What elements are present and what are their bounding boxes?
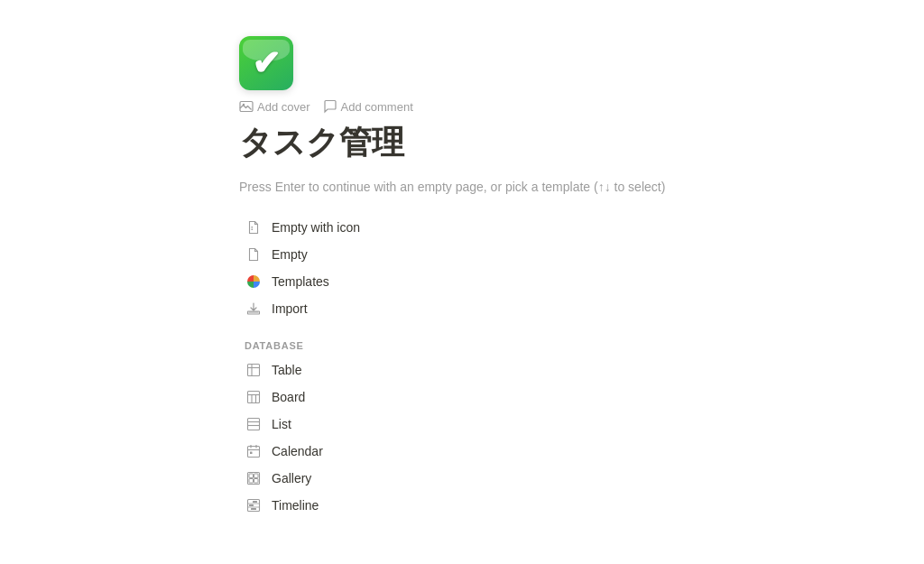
board-icon <box>245 388 263 406</box>
svg-rect-3 <box>252 229 254 231</box>
menu-item-label: Empty <box>272 247 308 262</box>
menu-item-gallery[interactable]: Gallery <box>239 465 853 492</box>
menu-item-label: Templates <box>272 274 329 289</box>
menu-item-label: Gallery <box>272 471 311 485</box>
image-icon <box>239 99 254 114</box>
content-area: ✔ Add cover Add comment タスク管理 Press <box>239 36 853 528</box>
menu-item-table[interactable]: Table <box>239 356 853 384</box>
menu-item-calendar[interactable]: Calendar <box>239 438 853 465</box>
menu-item-label: Empty with icon <box>272 220 360 235</box>
svg-rect-16 <box>248 447 260 458</box>
gallery-icon <box>245 469 263 487</box>
svg-rect-13 <box>248 419 260 430</box>
import-icon <box>245 300 263 318</box>
page-title[interactable]: タスク管理 <box>239 123 853 162</box>
add-comment-label: Add comment <box>341 100 413 114</box>
menu-item-import[interactable]: Import <box>239 295 853 322</box>
add-cover-button[interactable]: Add cover <box>239 99 310 114</box>
svg-rect-20 <box>250 452 253 455</box>
svg-rect-2 <box>252 227 254 228</box>
doc-plain-icon <box>245 245 263 264</box>
svg-rect-9 <box>248 392 260 403</box>
comment-icon <box>323 99 337 114</box>
menu-item-timeline[interactable]: Timeline <box>239 492 853 519</box>
hint-text: Press Enter to continue with an empty pa… <box>239 180 853 194</box>
action-bar: Add cover Add comment <box>239 99 853 114</box>
menu-item-board[interactable]: Board <box>239 384 853 411</box>
table-icon <box>245 361 263 379</box>
doc-icon <box>245 218 263 236</box>
page-emoji-icon[interactable]: ✔ <box>239 36 293 90</box>
timeline-icon <box>245 496 263 514</box>
database-section-label: DATABASE <box>245 340 853 351</box>
add-comment-button[interactable]: Add comment <box>323 99 413 114</box>
main-menu-list: Empty with icon Empty <box>239 214 853 322</box>
svg-rect-23 <box>254 474 259 478</box>
menu-item-label: Import <box>272 301 308 316</box>
svg-rect-25 <box>254 479 259 484</box>
database-menu-list: Table Board <box>239 356 853 519</box>
svg-rect-6 <box>248 365 260 376</box>
svg-rect-30 <box>253 501 257 503</box>
menu-item-label: Board <box>272 390 305 404</box>
menu-item-label: Table <box>272 363 301 377</box>
database-section: DATABASE Table <box>239 340 853 519</box>
calendar-icon <box>245 442 263 460</box>
svg-rect-29 <box>249 504 254 506</box>
templates-icon <box>245 273 263 291</box>
menu-item-list[interactable]: List <box>239 411 853 438</box>
page-container: ✔ Add cover Add comment タスク管理 Press <box>0 0 924 564</box>
menu-item-label: Timeline <box>272 498 319 513</box>
menu-item-templates[interactable]: Templates <box>239 268 853 295</box>
menu-item-label: Calendar <box>272 444 323 458</box>
svg-rect-31 <box>251 508 256 510</box>
menu-item-empty[interactable]: Empty <box>239 241 853 268</box>
menu-item-empty-with-icon[interactable]: Empty with icon <box>239 214 853 241</box>
svg-rect-24 <box>249 479 254 484</box>
svg-rect-22 <box>249 474 254 478</box>
menu-item-label: List <box>272 417 291 431</box>
list-icon <box>245 415 263 433</box>
add-cover-label: Add cover <box>257 100 310 114</box>
